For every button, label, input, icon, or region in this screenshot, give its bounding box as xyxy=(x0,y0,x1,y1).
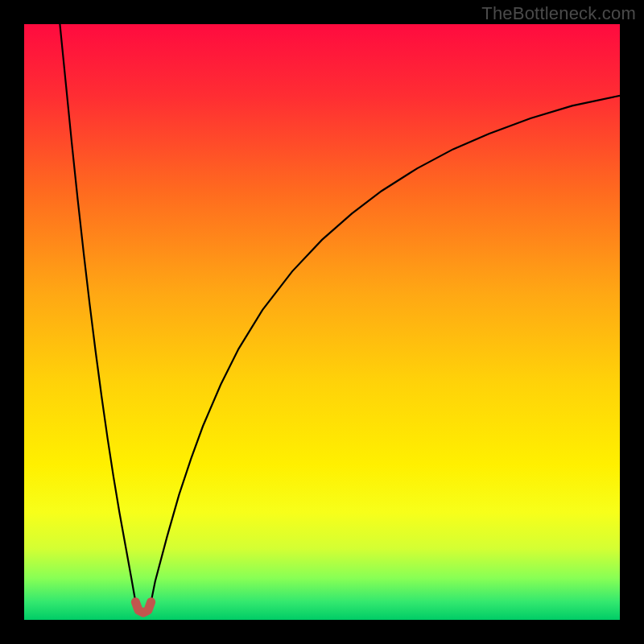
gradient-background xyxy=(24,24,620,620)
bottleneck-chart xyxy=(24,24,620,620)
chart-frame: TheBottleneck.com xyxy=(0,0,644,644)
plot-area xyxy=(24,24,620,620)
watermark-label: TheBottleneck.com xyxy=(481,3,636,24)
